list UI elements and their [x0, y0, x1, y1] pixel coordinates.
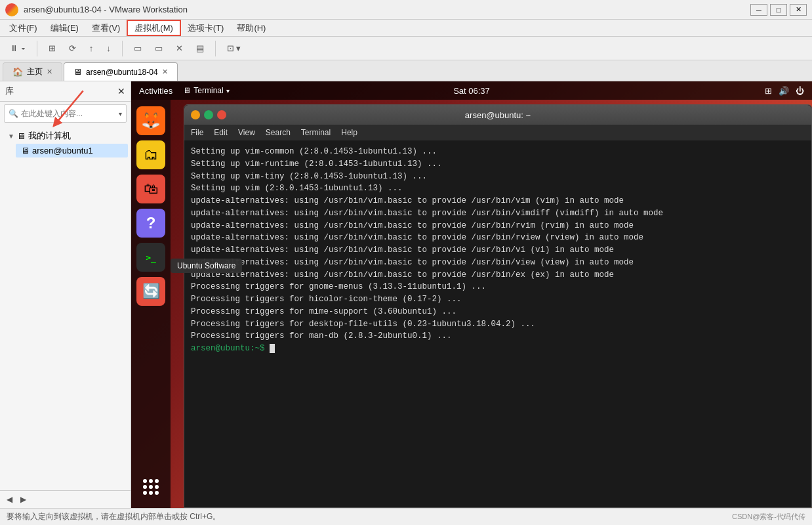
minimize-button[interactable]: ─	[750, 4, 767, 16]
terminal-menu-help[interactable]: Help	[341, 128, 357, 137]
sidebar-header: 库 ✕	[0, 81, 131, 102]
firefox-icon: 🦊	[141, 112, 161, 130]
terminal-close-button[interactable]	[217, 110, 226, 119]
ubuntu-app-name: 🖥 Terminal ▾	[183, 86, 229, 95]
terminal-line: Setting up vim-tiny (2:8.0.1453-1ubuntu1…	[191, 171, 805, 183]
toolbar-sep-2	[122, 41, 123, 56]
menu-file[interactable]: 文件(F)	[3, 20, 44, 36]
tab-home[interactable]: 🏠 主页 ✕	[3, 62, 62, 81]
activities-button[interactable]: Activities	[139, 86, 173, 96]
maximize-button[interactable]: □	[770, 4, 787, 16]
terminal-cursor	[270, 344, 275, 353]
ubuntu-dock: 🦊 🗂 🛍 ? >_ 🔄	[131, 100, 171, 508]
terminal-line: update-alternatives: using /usr/bin/vim.…	[191, 207, 805, 220]
ubuntu-desktop[interactable]: Activities 🖥 Terminal ▾ Sat 06:37 ⊞ 🔊 ⏻ …	[131, 81, 812, 508]
scroll-left[interactable]: ◀	[3, 494, 16, 505]
tab-vm-label: arsen@ubuntu18-04	[86, 68, 158, 77]
tab-home-label: 主页	[27, 66, 43, 77]
app-logo	[5, 3, 18, 16]
unity-button[interactable]: ▭	[150, 39, 167, 58]
vm-content[interactable]: Activities 🖥 Terminal ▾ Sat 06:37 ⊞ 🔊 ⏻ …	[131, 81, 812, 508]
home-tab-icon: 🏠	[12, 67, 23, 77]
terminal-titlebar: arsen@ubuntu: ~	[184, 105, 811, 125]
expand-icon: ▼	[8, 133, 14, 140]
resume-button[interactable]: ↓	[102, 39, 115, 58]
menu-edit[interactable]: 编辑(E)	[44, 20, 85, 36]
suspend-button[interactable]: ↑	[85, 39, 98, 58]
toolbar-sep-3	[215, 41, 216, 56]
tab-vm[interactable]: 🖥 arsen@ubuntu18-04 ✕	[64, 62, 178, 81]
show-sidebar-button[interactable]: ▤	[192, 39, 209, 58]
tree-item-vm[interactable]: 🖥 arsen@ubuntu1	[16, 144, 128, 158]
close-button[interactable]: ✕	[790, 4, 807, 16]
terminal-menu-view[interactable]: View	[238, 128, 255, 137]
pause-button[interactable]: ⏸ ▾	[5, 39, 30, 58]
terminal-menu-arrow: ▾	[226, 87, 230, 94]
title-bar: arsen@ubuntu18-04 - VMware Workstation ─…	[0, 0, 812, 20]
terminal-line: update-alternatives: using /usr/bin/vim.…	[191, 220, 805, 232]
software-tooltip: Ubuntu Software	[171, 259, 242, 273]
menu-help[interactable]: 帮助(H)	[230, 20, 272, 36]
scroll-right[interactable]: ▶	[16, 494, 30, 505]
terminal-menu-file[interactable]: File	[191, 128, 203, 137]
tree-item-mycomputer[interactable]: ▼ 🖥 我的计算机	[3, 128, 128, 144]
menu-vm[interactable]: 虚拟机(M)	[127, 20, 181, 36]
terminal-line: update-alternatives: using /usr/bin/vim.…	[191, 244, 805, 257]
menu-tabs[interactable]: 选项卡(T)	[181, 20, 231, 36]
power-icon[interactable]: ⏻	[796, 86, 804, 96]
vm-node-icon: 🖥	[21, 146, 30, 156]
status-bar: 要将输入定向到该虚拟机，请在虚拟机内部单击或按 Ctrl+G。 CSDN@索客-…	[0, 508, 812, 525]
tab-vm-close[interactable]: ✕	[162, 68, 168, 76]
terminal-menu-terminal[interactable]: Terminal	[301, 128, 331, 137]
sidebar-toggle-icon[interactable]: ✕	[117, 86, 125, 96]
terminal-line: Setting up vim-runtime (2:8.0.1453-1ubun…	[191, 158, 805, 171]
menu-view[interactable]: 查看(V)	[85, 20, 127, 36]
terminal-maximize-button[interactable]	[204, 110, 213, 119]
dock-updater[interactable]: 🔄	[136, 277, 165, 306]
terminal-icon: >_	[146, 253, 156, 262]
dock-software[interactable]: 🛍	[136, 175, 165, 203]
menu-bar: 文件(F) 编辑(E) 查看(V) 虚拟机(M) 选项卡(T) 帮助(H)	[0, 20, 812, 37]
watermark: CSDN@索客-代码代传	[732, 512, 805, 522]
terminal-name: Terminal	[193, 86, 223, 95]
status-text: 要将输入定向到该虚拟机，请在虚拟机内部单击或按 Ctrl+G。	[7, 511, 220, 522]
computer-icon: 🖥	[17, 131, 26, 141]
toolbar: ⏸ ▾ ⊞ ⟳ ↑ ↓ ▭ ▭ ✕ ▤ ⊡ ▾	[0, 37, 812, 60]
dock-terminal[interactable]: >_	[136, 243, 165, 272]
search-input[interactable]	[21, 109, 116, 118]
window-controls: ─ □ ✕	[750, 4, 807, 16]
search-dropdown-icon[interactable]: ▾	[119, 110, 122, 117]
show-apps-button[interactable]	[136, 472, 165, 501]
tab-home-close[interactable]: ✕	[47, 68, 52, 76]
terminal-wm-buttons	[191, 110, 226, 119]
sidebar-search-box[interactable]: 🔍 ▾	[4, 104, 127, 123]
dock-help[interactable]: ?	[136, 209, 165, 238]
terminal-line: update-alternatives: using /usr/bin/vim.…	[191, 195, 805, 207]
terminal-menu-search[interactable]: Search	[266, 128, 291, 137]
ubuntu-topbar: Activities 🖥 Terminal ▾ Sat 06:37 ⊞ 🔊 ⏻	[131, 81, 812, 100]
dock-firefox[interactable]: 🦊	[136, 106, 165, 135]
updater-icon: 🔄	[142, 283, 160, 300]
terminal-prompt-line: arsen@ubuntu:~$	[191, 343, 805, 355]
terminal-minimize-button[interactable]	[191, 110, 200, 119]
send-ctrl-alt-del-button[interactable]: ⊞	[44, 39, 60, 58]
files-icon: 🗂	[144, 146, 158, 163]
terminal-line: Processing triggers for desktop-file-uti…	[191, 318, 805, 331]
terminal-line: Processing triggers for man-db (2.8.3-2u…	[191, 330, 805, 343]
terminal-menu-edit[interactable]: Edit	[214, 128, 228, 137]
extra-button[interactable]: ⊡ ▾	[222, 39, 246, 58]
terminal-line: update-alternatives: using /usr/bin/vim.…	[191, 257, 805, 269]
tree-label-mycomputer: 我的计算机	[28, 130, 71, 142]
network-icon[interactable]: ⊞	[765, 86, 772, 96]
tabs-row: 🏠 主页 ✕ 🖥 arsen@ubuntu18-04 ✕	[0, 60, 812, 81]
fullscreen-button[interactable]: ▭	[129, 39, 146, 58]
terminal-window[interactable]: arsen@ubuntu: ~ File Edit View Search Te…	[184, 104, 812, 508]
dock-files[interactable]: 🗂	[136, 140, 165, 169]
snapshot-button[interactable]: ⟳	[64, 39, 81, 58]
terminal-body[interactable]: Setting up vim-common (2:8.0.1453-1ubunt…	[184, 140, 811, 507]
terminal-line: update-alternatives: using /usr/bin/vim.…	[191, 232, 805, 244]
view-button[interactable]: ✕	[171, 39, 188, 58]
terminal-line: Setting up vim (2:8.0.1453-1ubuntu1.13) …	[191, 182, 805, 195]
volume-icon[interactable]: 🔊	[779, 86, 789, 96]
main-layout: 库 ✕ 🔍 ▾ ▼ 🖥 我的计算机 🖥 arsen@ubuntu1	[0, 81, 812, 508]
